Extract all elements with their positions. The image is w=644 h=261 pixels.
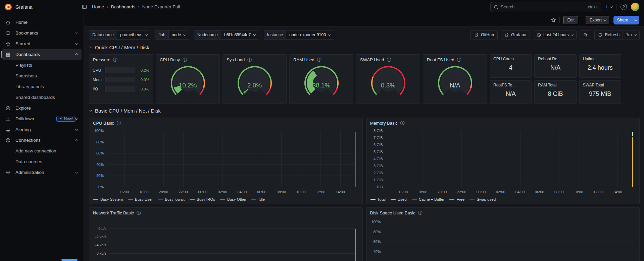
breadcrumb-item[interactable]: Home › [92, 4, 108, 9]
panel-header[interactable]: CPU Basic ⓘ [89, 118, 362, 127]
edit-button[interactable]: Edit [563, 16, 579, 24]
legend-item[interactable]: Used [391, 197, 407, 201]
y-axis-tick-label: 100% [371, 220, 381, 224]
stat-title[interactable]: CPU Cores [493, 57, 528, 61]
panel-header[interactable]: Disk Space Used Basic ⓘ [366, 208, 640, 217]
time-range-picker[interactable]: Last 24 hours [533, 30, 577, 40]
sidebar-item-icon-column [5, 127, 15, 132]
info-icon[interactable]: ⓘ [418, 211, 423, 215]
pressure-row-value: 0.0% [137, 78, 149, 82]
panel-header[interactable]: RAM Used ⓘ [290, 55, 353, 64]
gridline [501, 131, 501, 187]
clock-icon [537, 33, 541, 37]
dock-menu-icon[interactable] [80, 3, 89, 11]
stat-title[interactable]: RootFS To... [493, 83, 528, 87]
sidebar-item[interactable]: Explore [2, 103, 82, 113]
legend-swatch [469, 199, 475, 200]
section-header-quick[interactable]: Quick CPU / Mem / Disk [90, 43, 640, 52]
top-nav: Grafana Home › Dashboards › Node Exporte… [0, 0, 644, 14]
legend-item[interactable]: Busy Iowait [158, 197, 185, 201]
legend-swatch [128, 199, 133, 200]
sidebar-item[interactable]: Alerting [2, 124, 82, 135]
refresh-group[interactable]: Refresh 1m [594, 30, 640, 40]
panel-header[interactable]: Sys Load ⓘ [223, 55, 286, 64]
panel-title: Root FS Used [427, 57, 454, 62]
panel-header[interactable]: SWAP Used ⓘ [356, 55, 420, 64]
variable-value-dropdown[interactable]: node-exporter:9100 [286, 30, 334, 40]
sidebar-item[interactable]: Starred [2, 39, 82, 49]
sidebar-item[interactable]: Drilldown New! [2, 114, 82, 124]
panel-header[interactable]: Memory Basic ⓘ [366, 118, 640, 127]
stat-title[interactable]: RAM Total [538, 83, 573, 87]
variable-control: Instance node-exporter:9100 [264, 30, 334, 40]
panel-header[interactable]: Pressure ⓘ [89, 55, 153, 64]
breadcrumb-label[interactable]: Home [92, 4, 104, 9]
legend-item[interactable]: Free [449, 197, 464, 201]
section-header-basic[interactable]: Basic CPU / Mem / Net / Disk [90, 106, 640, 115]
stat-title[interactable]: SWAP Total [583, 83, 617, 87]
info-icon[interactable]: ⓘ [317, 58, 321, 62]
variable-value-dropdown[interactable]: b6f1c89944e7 [221, 30, 259, 40]
plot-area[interactable]: 8 GiB7 GiB6 GiB5 GiB4 GiB3 GiB2 GiB1 GiB… [386, 131, 634, 187]
favorite-star-button[interactable] [551, 17, 556, 23]
sidebar-item[interactable]: Snapshots [2, 71, 82, 81]
legend-item[interactable]: Swap used [469, 197, 496, 201]
sidebar-item[interactable]: Connections [2, 135, 82, 145]
y-axis-tick-label: 40% [373, 250, 381, 254]
info-icon[interactable]: ⓘ [113, 58, 117, 62]
legend-item[interactable]: Total [370, 197, 386, 201]
grafana-logo-icon[interactable] [5, 3, 12, 11]
panel-header[interactable]: Root FS Used ⓘ [423, 55, 487, 64]
sidebar-item[interactable]: Shared dashboards [2, 92, 82, 103]
panel-header[interactable]: CPU Busy ⓘ [156, 55, 219, 64]
variable-value-dropdown[interactable]: prometheus [117, 30, 151, 40]
search-input[interactable] [501, 4, 586, 9]
legend-item[interactable]: Busy Other [220, 197, 247, 201]
info-icon[interactable]: ⓘ [117, 121, 121, 125]
share-menu-button[interactable] [632, 16, 639, 24]
plot-area[interactable]: 100%80%60%40% [384, 222, 634, 261]
legend-item[interactable]: Cache + Buffer [412, 197, 445, 201]
info-icon[interactable]: ⓘ [457, 58, 461, 62]
info-icon[interactable]: ⓘ [387, 58, 391, 62]
grafana-link-button[interactable]: Grafana [501, 30, 530, 40]
help-button[interactable]: ? [621, 4, 627, 10]
variable-value-dropdown[interactable]: node [168, 30, 189, 40]
sidebar-scrollbar-thumb[interactable] [61, 259, 78, 261]
breadcrumb-item[interactable]: Dashboards › [111, 4, 140, 9]
plot-area[interactable]: 100%80%60%40%20%0%16:0018:0020:0022:0000… [107, 131, 357, 187]
sidebar-item[interactable]: Add new connection [2, 146, 82, 156]
user-avatar[interactable] [631, 3, 639, 11]
stat-title[interactable]: Uptime [583, 57, 617, 61]
sidebar-item[interactable]: Dashboards [2, 49, 82, 60]
legend-item[interactable]: Busy User [128, 197, 153, 201]
sidebar-item[interactable]: Playlists [2, 60, 82, 70]
sidebar-item[interactable]: Library panels [2, 81, 82, 92]
zoom-out-time-button[interactable] [580, 30, 591, 40]
sidebar-item[interactable]: Bookmarks [2, 28, 82, 38]
legend-label: Busy Iowait [165, 197, 185, 201]
gridline [163, 131, 164, 187]
stat-title[interactable]: Reboot Re... [538, 57, 573, 61]
breadcrumb-item[interactable]: Node Exporter Full › [142, 4, 180, 9]
share-button[interactable]: Share [613, 16, 632, 24]
pressure-bar-fill [105, 86, 105, 92]
info-icon[interactable]: ⓘ [247, 58, 252, 62]
plot-area[interactable]: 0 b/s-2 kb/s-4 kb/s-6 kb/s [109, 229, 357, 261]
info-icon[interactable]: ⓘ [137, 211, 141, 215]
breadcrumb-label[interactable]: Node Exporter Full [142, 4, 180, 9]
add-new-button[interactable]: + [605, 4, 612, 10]
sidebar-item[interactable]: Administration [2, 167, 82, 178]
info-icon[interactable]: ⓘ [400, 121, 405, 125]
sidebar-item[interactable]: Data sources [2, 156, 82, 167]
legend-item[interactable]: Idle [251, 197, 265, 201]
export-button[interactable]: Export [586, 16, 610, 24]
search-box[interactable]: ctrl+k [490, 2, 601, 12]
sidebar-item[interactable]: Home [2, 17, 82, 27]
breadcrumb-label[interactable]: Dashboards [111, 4, 136, 9]
info-icon[interactable]: ⓘ [183, 58, 187, 62]
github-link-button[interactable]: GitHub [470, 30, 498, 40]
legend-item[interactable]: Busy IRQs [190, 197, 215, 201]
panel-header[interactable]: Network Traffic Basic ⓘ [89, 208, 362, 217]
legend-item[interactable]: Busy System [93, 197, 123, 201]
